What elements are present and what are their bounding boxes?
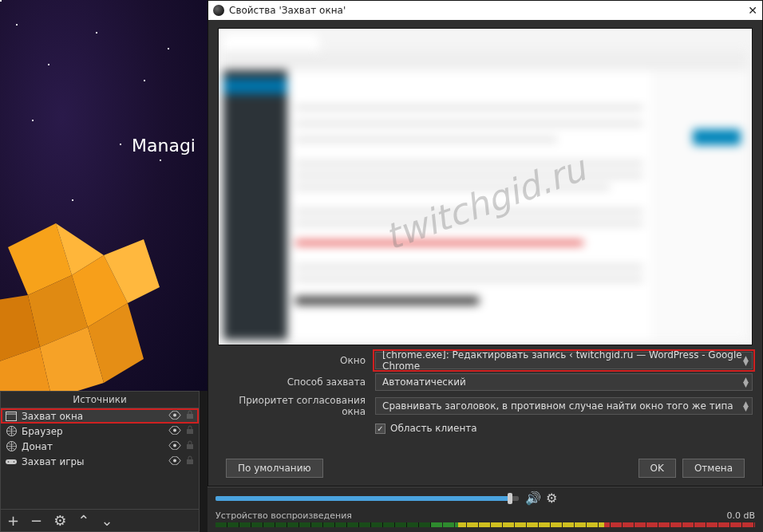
db-value: 0.0 dB [726,510,755,521]
eye-icon[interactable] [168,441,181,452]
method-select[interactable]: Автоматический ▲▼ [375,373,753,391]
volume-thumb[interactable] [508,493,512,504]
client-area-label: Область клиента [390,423,477,434]
eye-icon[interactable] [168,426,181,437]
gear-icon[interactable]: ⚙ [546,491,557,506]
sources-toolbar: + − ⚙ ⌃ ⌄ [1,509,199,531]
speaker-icon[interactable]: 🔊 [525,491,541,506]
dialog-title: Свойства 'Захват окна' [229,5,346,16]
ok-button[interactable]: OK [638,459,676,478]
globe-icon [6,441,17,452]
level-meter [215,522,755,527]
window-select[interactable]: [chrome.exe]: Редактировать запись ‹ twi… [375,352,753,369]
lock-icon[interactable] [186,455,194,467]
chevron-updown-icon: ▲▼ [743,377,749,387]
dialog-buttons: По умолчанию OK Отмена [218,452,753,486]
client-area-checkbox[interactable]: ✓ [375,424,385,434]
source-item-game-capture[interactable]: Захват игры [1,454,199,469]
svg-point-11 [173,413,176,416]
gamepad-icon [6,456,17,467]
volume-fill [215,496,512,501]
remove-source-button[interactable]: − [30,512,42,529]
eye-icon[interactable] [168,411,181,422]
volume-icons: 🔊 ⚙ [525,491,557,506]
sources-panel: Источники Захват окна Браузер [0,391,200,532]
source-label: Донат [22,441,164,452]
source-label: Захват игры [22,456,164,467]
close-icon[interactable]: ✕ [748,4,757,17]
priority-row: Приоритет согласования окна Сравнивать з… [218,395,753,417]
priority-select[interactable]: Сравнивать заголовок, в противном случае… [375,397,753,415]
source-item-window-capture[interactable]: Захват окна [1,408,199,424]
polygon-cluster [0,144,208,391]
volume-row: 🔊 ⚙ [215,491,755,506]
dialog-body: twitchgid.ru Окно [chrome.exe]: Редактир… [208,20,762,486]
sources-list: Захват окна Браузер Донат [1,408,199,469]
priority-value: Сравнивать заголовок, в противном случае… [382,400,733,412]
chevron-updown-icon: ▲▼ [743,356,749,365]
move-down-button[interactable]: ⌄ [101,512,113,529]
device-label: Устройство воспроизведения [215,510,352,521]
capture-preview: twitchgid.ru [218,28,753,345]
lock-icon[interactable] [186,425,194,437]
svg-point-20 [8,461,10,463]
window-label: Окно [218,355,366,366]
method-row: Способ захвата Автоматический ▲▼ [218,373,753,391]
meter-fill [215,522,431,527]
chevron-updown-icon: ▲▼ [743,401,749,411]
source-label: Захват окна [22,411,164,422]
svg-point-21 [14,461,15,463]
form-area: Окно [chrome.exe]: Редактировать запись … [218,352,753,434]
obs-icon [213,5,224,16]
move-up-button[interactable]: ⌃ [77,512,89,529]
svg-rect-19 [6,459,17,464]
source-settings-button[interactable]: ⚙ [53,512,66,529]
window-row: Окно [chrome.exe]: Редактировать запись … [218,352,753,369]
sources-header: Источники [1,392,199,408]
svg-rect-15 [187,429,193,434]
priority-label: Приоритет согласования окна [218,395,366,417]
svg-rect-9 [6,412,17,420]
preview-blur [223,33,747,340]
main-preview: Managi [0,0,208,391]
preview-text: Managi [132,136,196,156]
method-label: Способ захвата [218,376,366,388]
defaults-button[interactable]: По умолчанию [226,459,323,478]
svg-point-14 [173,428,176,432]
window-icon [6,411,17,422]
window-value: [chrome.exe]: Редактировать запись ‹ twi… [382,349,745,372]
svg-rect-12 [187,414,193,419]
add-source-button[interactable]: + [7,512,19,529]
device-row: Устройство воспроизведения 0.0 dB [215,510,755,521]
lock-icon[interactable] [186,440,194,452]
dialog-titlebar[interactable]: Свойства 'Захват окна' ✕ [208,1,762,20]
svg-point-17 [173,443,176,447]
method-value: Автоматический [382,376,466,388]
eye-icon[interactable] [168,456,181,467]
globe-icon [6,426,17,437]
source-label: Браузер [22,426,164,437]
source-item-browser[interactable]: Браузер [1,424,199,439]
client-area-row[interactable]: ✓ Область клиента [375,423,753,434]
cancel-button[interactable]: Отмена [682,459,745,478]
source-item-donate[interactable]: Донат [1,439,199,454]
audio-mixer: 🔊 ⚙ Устройство воспроизведения 0.0 dB [208,487,763,532]
svg-point-22 [173,459,176,462]
svg-rect-18 [187,444,193,449]
lock-icon[interactable] [186,410,194,422]
properties-dialog: Свойства 'Захват окна' ✕ twitc [208,0,763,487]
volume-slider[interactable] [215,496,519,501]
svg-rect-23 [187,459,193,464]
